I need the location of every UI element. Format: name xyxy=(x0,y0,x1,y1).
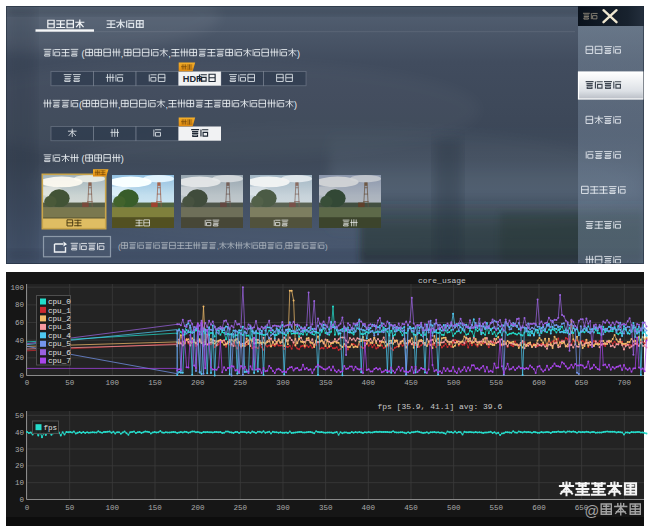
svg-text:450: 450 xyxy=(404,379,418,387)
svg-text:80: 80 xyxy=(15,301,25,309)
svg-text:600: 600 xyxy=(532,379,546,387)
svg-text:100: 100 xyxy=(106,379,120,387)
svg-text:cpu_7: cpu_7 xyxy=(48,357,71,365)
svg-text:300: 300 xyxy=(276,504,290,512)
svg-text:30: 30 xyxy=(15,446,25,454)
svg-text:500: 500 xyxy=(447,379,461,387)
svg-text:cpu_0: cpu_0 xyxy=(48,298,71,306)
svg-text:50: 50 xyxy=(65,379,75,387)
svg-text:cpu_4: cpu_4 xyxy=(48,332,71,340)
svg-text:core_usage: core_usage xyxy=(418,276,466,285)
svg-text:350: 350 xyxy=(319,379,333,387)
svg-text:150: 150 xyxy=(148,379,162,387)
svg-text:,: , xyxy=(283,242,285,251)
svg-text:,: , xyxy=(217,242,219,251)
svg-text:cpu_1: cpu_1 xyxy=(48,307,71,315)
svg-text:fps [35.9, 41.1] avg: 39.6: fps [35.9, 41.1] avg: 39.6 xyxy=(377,402,502,411)
svg-text:550: 550 xyxy=(490,379,504,387)
svg-text:50: 50 xyxy=(65,504,75,512)
svg-text:50: 50 xyxy=(15,412,25,420)
svg-text:650: 650 xyxy=(575,379,589,387)
svg-text:400: 400 xyxy=(362,504,376,512)
svg-text:500: 500 xyxy=(447,504,461,512)
svg-text:100: 100 xyxy=(106,504,120,512)
svg-text:(: ( xyxy=(79,154,85,164)
svg-text:,: , xyxy=(121,49,124,59)
svg-text:): ) xyxy=(325,242,328,251)
svg-text:0: 0 xyxy=(25,379,30,387)
svg-text:20: 20 xyxy=(15,354,25,362)
svg-text:,: , xyxy=(118,100,121,110)
svg-text:40: 40 xyxy=(15,337,25,345)
svg-text:20: 20 xyxy=(15,462,25,470)
svg-text:cpu_3: cpu_3 xyxy=(48,323,71,331)
svg-text:200: 200 xyxy=(191,379,205,387)
svg-text:(: ( xyxy=(79,100,82,110)
svg-text:(: ( xyxy=(79,49,85,59)
svg-text:150: 150 xyxy=(148,504,162,512)
svg-text:350: 350 xyxy=(319,504,333,512)
svg-text:@: @ xyxy=(585,503,600,519)
svg-text:fps: fps xyxy=(44,424,58,432)
svg-text:700: 700 xyxy=(618,379,632,387)
svg-text:0: 0 xyxy=(25,504,30,512)
svg-text:600: 600 xyxy=(532,504,546,512)
svg-text:0: 0 xyxy=(19,372,24,380)
svg-text:100: 100 xyxy=(10,284,24,292)
svg-text:(: ( xyxy=(118,242,121,251)
svg-text:450: 450 xyxy=(404,504,418,512)
svg-text:): ) xyxy=(297,49,300,59)
svg-text:): ) xyxy=(121,154,124,164)
svg-text:): ) xyxy=(294,100,297,110)
svg-text:400: 400 xyxy=(362,379,376,387)
svg-text:,: , xyxy=(165,100,168,110)
svg-text:cpu_6: cpu_6 xyxy=(48,349,71,357)
svg-text:40: 40 xyxy=(15,429,25,437)
svg-text:10: 10 xyxy=(15,479,25,487)
svg-text:cpu_5: cpu_5 xyxy=(48,340,71,348)
svg-text:200: 200 xyxy=(191,504,205,512)
svg-text:250: 250 xyxy=(234,379,248,387)
svg-text:,: , xyxy=(168,49,171,59)
svg-text:250: 250 xyxy=(234,504,248,512)
svg-text:550: 550 xyxy=(490,504,504,512)
svg-text:cpu_2: cpu_2 xyxy=(48,315,71,323)
svg-text:0: 0 xyxy=(19,496,24,504)
svg-text:300: 300 xyxy=(276,379,290,387)
svg-text:60: 60 xyxy=(15,319,25,327)
